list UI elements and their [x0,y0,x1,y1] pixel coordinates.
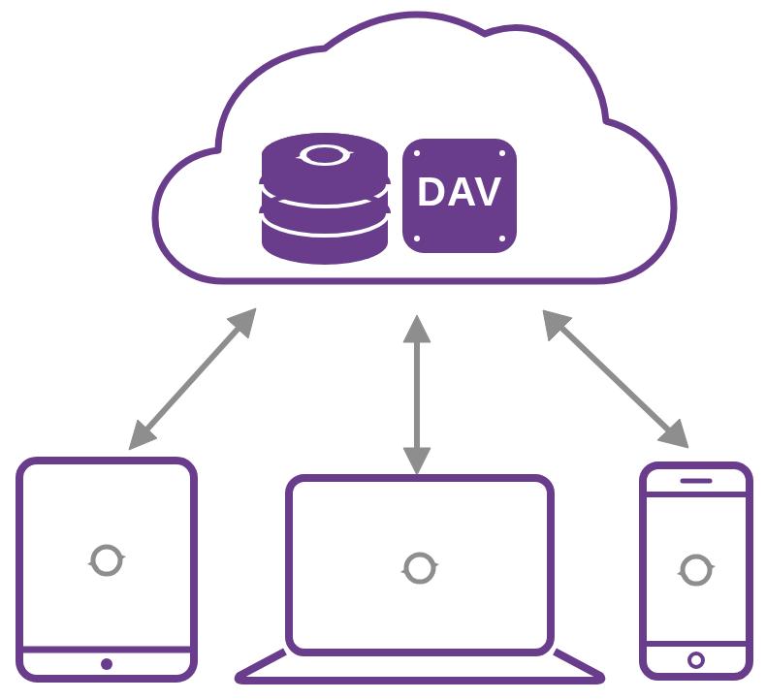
svg-point-12 [499,236,505,241]
tablet-icon [19,461,194,679]
svg-marker-15 [403,448,431,475]
sync-arrow-right [543,310,688,448]
svg-point-5 [262,133,388,177]
svg-point-24 [101,658,112,670]
diagram-svg [0,0,766,700]
dav-label: DAV [402,169,517,215]
sync-icon [87,547,126,574]
svg-point-11 [414,236,420,241]
svg-point-2 [262,220,388,265]
sync-icon [677,557,716,584]
svg-rect-27 [289,478,551,652]
svg-rect-22 [19,461,194,679]
svg-marker-14 [403,315,431,342]
svg-line-19 [558,324,673,434]
svg-point-34 [689,653,703,667]
sync-icon [400,555,439,582]
laptop-icon [239,478,602,681]
architecture-diagram: DAV [0,0,766,700]
svg-point-9 [414,150,420,156]
database-icon [262,133,388,265]
sync-arrow-center [403,315,431,475]
svg-point-10 [499,150,505,156]
sync-arrow-left [129,308,256,450]
svg-line-16 [143,324,242,434]
phone-icon [643,465,750,677]
